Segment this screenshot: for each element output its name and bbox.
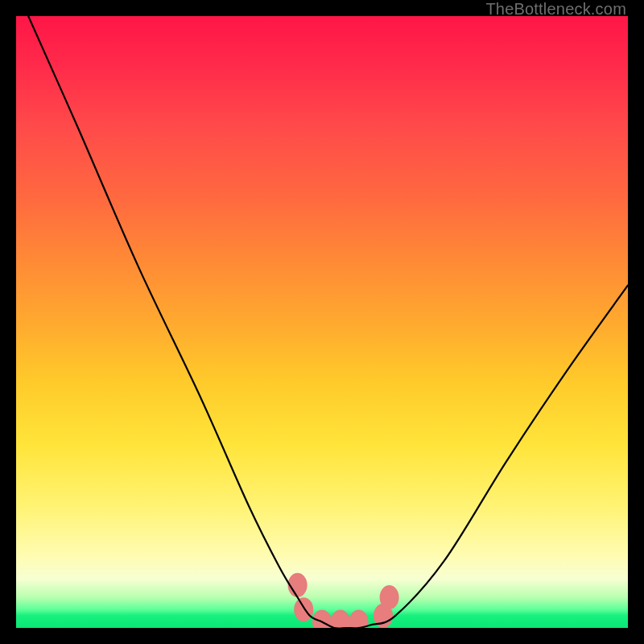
- marker-dot: [294, 597, 313, 621]
- chart-frame: TheBottleneck.com: [0, 0, 644, 644]
- marker-dot: [331, 609, 350, 628]
- chart-svg: [16, 16, 628, 628]
- markers-group: [288, 573, 399, 628]
- marker-dot: [349, 609, 369, 628]
- watermark-text: TheBottleneck.com: [485, 0, 626, 19]
- bottleneck-curve-path: [28, 16, 628, 628]
- marker-dot: [380, 585, 399, 609]
